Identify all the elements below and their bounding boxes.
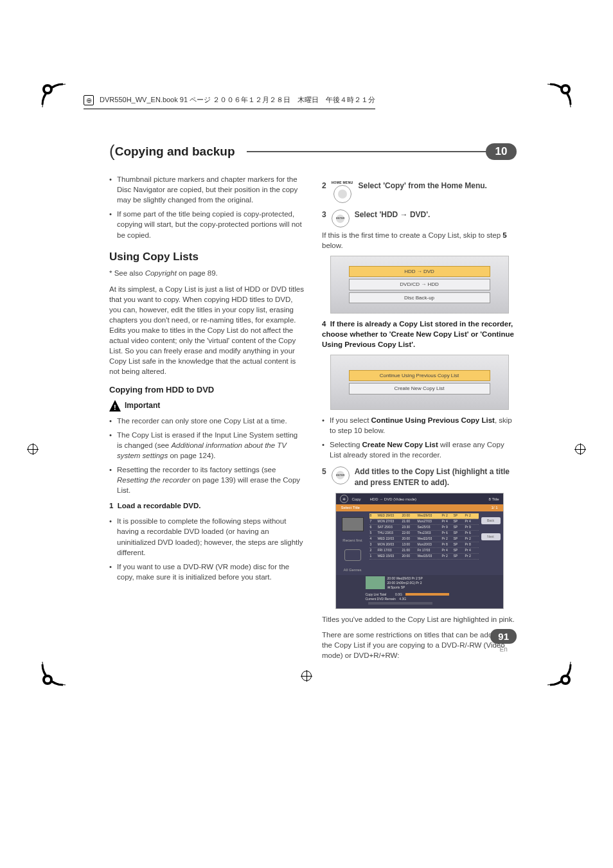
step-2-text: Select 'Copy' from the Home Menu. — [359, 181, 517, 191]
osd-option-hdd-to-dvd: HDD → DVD — [349, 266, 490, 277]
step-4: 4 If there is already a Copy List stored… — [322, 319, 517, 350]
bullet-copy-protected: If some part of the title being copied i… — [109, 209, 304, 240]
page-lang: En — [490, 646, 517, 653]
bullet-create-new: Selecting Create New Copy List will eras… — [322, 439, 517, 460]
oplus-icon: ⊕ — [84, 95, 94, 105]
step-2-number: 2 — [322, 181, 326, 191]
home-menu-button-icon: HOME MENU — [332, 181, 353, 203]
page-number: 91 — [490, 629, 517, 644]
after-ui-note-1: Titles you've added to the Copy List are… — [322, 614, 517, 624]
title-row: 2FRI 17/0321:00Fri 17/03Pr 4SPPr 4 — [369, 548, 479, 554]
copy-ui-title-list: 8WED 29/0320:00Wed29/03Pr 2SPPr 27MON 27… — [369, 513, 479, 573]
page-number-box: 91 En — [490, 629, 517, 653]
step-2: 2 HOME MENU Select 'Copy' from the Home … — [322, 181, 517, 203]
bullet-one-copy-list: The recorder can only store one Copy Lis… — [109, 416, 304, 426]
detail-line-2: 20:00 1h00m(2.0G) Pr 2 — [387, 581, 423, 585]
detail-line-3: ⊞ Sports SP — [387, 585, 423, 590]
svg-point-7 — [563, 677, 568, 682]
detail-thumbnail — [366, 576, 385, 589]
title-row: 8WED 29/0320:00Wed29/03Pr 2SPPr 2 — [369, 513, 479, 519]
copy-list-explanation: At its simplest, a Copy List is just a l… — [109, 284, 304, 377]
copy-ui-back-button: Back — [481, 517, 501, 524]
bullet-continue-previous: If you select Continue Using Previous Co… — [322, 415, 517, 436]
footer-bar-1 — [405, 593, 449, 596]
chapter-rule — [247, 151, 486, 152]
registration-mark-tl — [39, 80, 69, 114]
hdd-icon — [342, 517, 364, 531]
gear-icon: ✲ — [340, 495, 348, 503]
title-row: 7MON 27/0321:00Mon27/03Pr 4SPPr 4 — [369, 519, 479, 525]
title-row: 1WED 15/0320:00Wed15/03Pr 2SPPr 2 — [369, 554, 479, 560]
book-meta-header: ⊕ DVR550H_WV_EN.book 91 ページ ２００６年１２月２８日 … — [84, 95, 375, 109]
important-callout: Important — [109, 400, 304, 412]
svg-point-1 — [45, 87, 50, 92]
step-3-note: If this is the first time to create a Co… — [322, 230, 517, 251]
see-also-copyright: * See also Copyright on page 89. — [109, 268, 304, 278]
step-5: 5 ENTER Add titles to the Copy List (hig… — [322, 466, 517, 488]
footer-dvd-remain-value: 4.3G — [399, 597, 406, 601]
step-3-text: Select 'HDD → DVD'. — [355, 209, 517, 220]
left-column: Thumbnail picture markers and chapter ma… — [109, 174, 304, 666]
registration-mark-bl — [39, 658, 69, 691]
osd-option-disc-backup: Disc Back-up — [349, 292, 490, 303]
enter-nav-icon-2: ENTER — [332, 466, 350, 484]
chapter-title: Copying and backup — [115, 145, 247, 159]
detail-line-1: 20:00 Wed29/03 Pr 2 SP — [387, 576, 423, 581]
bullet-input-line-erase: The Copy List is erased if the Input Lin… — [109, 430, 304, 461]
copy-ui-title-count: 8 Title — [488, 497, 499, 502]
heading-copying-hdd-to-dvd: Copying from HDD to DVD — [109, 384, 304, 396]
title-row: 5THU 23/0322:00Thu23/03Pr 6SPPr 6 — [369, 531, 479, 536]
osd-copy-list-choice: Continue Using Previous Copy List Create… — [330, 355, 509, 409]
copy-ui-mode: HDD → DVD (Video mode) — [370, 497, 417, 502]
bracket-left-icon: ( — [109, 141, 115, 161]
heading-using-copy-lists: Using Copy Lists — [109, 249, 304, 265]
footer-copy-list-total-value: 0.0G — [395, 592, 402, 596]
registration-mark-tr — [544, 80, 574, 114]
copy-ui-next-button: Next — [481, 533, 501, 540]
osd-option-dvd-to-hdd: DVD/CD → HDD — [349, 279, 490, 290]
step-1: 1 Load a recordable DVD. — [109, 500, 304, 511]
bullet-no-dvd-loaded: It is possible to complete the following… — [109, 516, 304, 557]
footer-copy-list-total-label: Copy List Total — [366, 592, 387, 596]
copy-ui-pager: 1/ 1 — [491, 505, 497, 510]
left-all-genres: All Genres — [343, 567, 361, 572]
title-row: 4WED 22/0320:00Wed22/03Pr 2SPPr 2 — [369, 536, 479, 542]
registration-mark-br — [544, 658, 574, 691]
crop-mark-bottom — [301, 670, 312, 682]
bullet-thumbnail-markers: Thumbnail picture markers and chapter ma… — [109, 174, 304, 205]
enter-nav-icon: ENTER — [332, 209, 350, 227]
svg-point-3 — [563, 87, 568, 92]
step-5-text: Add titles to the Copy List (highlight a… — [355, 466, 517, 488]
footer-bar-2 — [368, 602, 433, 605]
bullet-reset-erase: Resetting the recorder to its factory se… — [109, 465, 304, 495]
step-3-number: 3 — [322, 209, 326, 220]
osd-option-create-new: Create New Copy List — [349, 383, 490, 394]
step-5-number: 5 — [322, 466, 326, 477]
crop-mark-right — [574, 443, 586, 455]
copy-list-screenshot: ✲ Copy HDD → DVD (Video mode) 8 Title Se… — [335, 493, 504, 608]
osd-option-continue-previous: Continue Using Previous Copy List — [349, 370, 490, 381]
title-row: 3MON 20/0313:00Mon20/03Pr 8SPPr 8 — [369, 542, 479, 548]
copy-ui-title: Copy — [352, 497, 361, 502]
step-3: 3 ENTER Select 'HDD → DVD'. — [322, 209, 517, 227]
book-meta-text: DVR550H_WV_EN.book 91 ページ ２００６年１２月２８日 木曜… — [100, 96, 375, 103]
title-row: 6SAT 25/0323:30Sat25/03Pr 9SPPr 9 — [369, 525, 479, 531]
chapter-header: ( Copying and backup 10 — [109, 141, 517, 161]
crop-mark-left — [27, 443, 39, 455]
footer-dvd-remain-label: Current DVD Remain — [366, 597, 396, 601]
svg-point-5 — [45, 677, 50, 682]
important-label: Important — [125, 400, 160, 411]
left-recent-first: Recent first — [342, 538, 362, 543]
chapter-number-badge: 10 — [486, 143, 517, 160]
bullet-vr-mode-init: If you want to use a DVD-RW (VR mode) di… — [109, 562, 304, 582]
genre-icon — [344, 549, 361, 561]
right-column: 2 HOME MENU Select 'Copy' from the Home … — [322, 174, 517, 666]
after-ui-note-2: There are some restrictions on titles th… — [322, 630, 517, 660]
warning-icon — [109, 400, 121, 412]
osd-copy-direction: HDD → DVD DVD/CD → HDD Disc Back-up — [330, 256, 509, 314]
copy-ui-tab: Select Title — [341, 506, 360, 509]
